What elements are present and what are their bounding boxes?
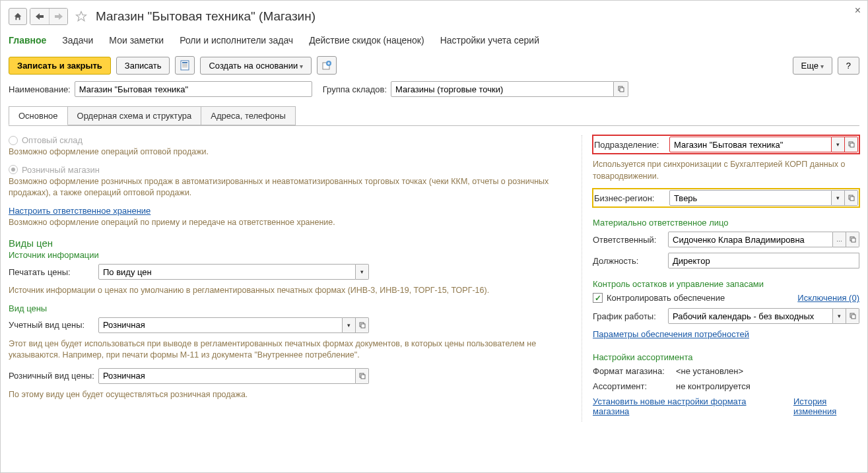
section-mol: Материально ответственное лицо	[593, 218, 859, 228]
svg-rect-4	[182, 67, 187, 67]
print-prices-dropdown-icon[interactable]: ▾	[356, 264, 369, 280]
format-value: <не установлен>	[676, 366, 743, 376]
section-prices: Виды цен	[9, 237, 571, 249]
print-prices-label: Печатать цены:	[9, 267, 94, 277]
close-icon[interactable]: ×	[855, 5, 861, 16]
radio-retail	[9, 165, 18, 174]
help-button[interactable]: ?	[838, 57, 859, 75]
favorite-star-icon[interactable]	[73, 9, 89, 24]
department-input[interactable]	[669, 137, 832, 152]
home-button[interactable]	[9, 8, 27, 25]
link-supply-params[interactable]: Параметры обеспечения потребностей	[593, 329, 749, 339]
tab-discounts[interactable]: Действие скидок (наценок)	[309, 35, 424, 48]
schedule-dropdown-icon[interactable]: ▾	[833, 308, 846, 324]
svg-rect-2	[182, 64, 187, 65]
tab-notes[interactable]: Мои заметки	[109, 35, 164, 48]
format-label: Формат магазина:	[593, 366, 672, 376]
hint-retail: Возможно оформление розничных продаж в а…	[9, 176, 571, 199]
save-button[interactable]: Записать	[116, 57, 170, 75]
svg-rect-18	[851, 238, 855, 242]
group-input[interactable]	[391, 81, 614, 97]
department-label: Подразделение:	[594, 140, 665, 150]
region-open-icon[interactable]	[845, 190, 858, 206]
schedule-input[interactable]	[668, 308, 833, 324]
section-assortment: Настройки ассортимента	[593, 352, 859, 362]
control-checkbox-label: Контролировать обеспечение	[607, 293, 725, 303]
hint-wholesale: Возможно оформление операций оптовой про…	[9, 146, 571, 158]
link-responsible-storage[interactable]: Настроить ответственное хранение	[9, 206, 150, 216]
account-price-open-icon[interactable]	[356, 317, 369, 333]
svg-rect-1	[182, 62, 187, 63]
section-stock: Контроль остатков и управление запасами	[593, 279, 859, 289]
responsible-more-icon[interactable]: …	[833, 232, 846, 247]
position-input[interactable]	[668, 253, 859, 268]
save-and-close-button[interactable]: Записать и закрыть	[9, 57, 111, 75]
nav-back-button[interactable]	[30, 9, 49, 24]
account-price-label: Учетный вид цены:	[9, 320, 94, 330]
nav-forward-button[interactable]	[49, 9, 67, 24]
subtab-main[interactable]: Основное	[9, 106, 68, 125]
svg-rect-3	[182, 65, 187, 66]
schedule-open-icon[interactable]	[846, 308, 859, 324]
create-based-on-button[interactable]: Создать на основании	[200, 57, 312, 75]
assortment-value: не контролируется	[676, 381, 751, 391]
department-dropdown-icon[interactable]: ▾	[832, 137, 845, 152]
tab-tasks[interactable]: Задачи	[62, 35, 93, 48]
region-input[interactable]	[669, 190, 832, 206]
print-prices-input[interactable]	[98, 264, 356, 280]
subsection-pricetype: Вид цены	[9, 303, 571, 313]
account-price-dropdown-icon[interactable]: ▾	[343, 317, 356, 333]
schedule-label: График работы:	[593, 311, 664, 321]
hint-source: Источник информации о ценах по умолчанию…	[9, 285, 571, 297]
responsible-open-icon[interactable]	[846, 232, 859, 247]
svg-rect-14	[850, 143, 854, 147]
group-label: Группа складов:	[323, 84, 387, 94]
radio-wholesale	[9, 136, 18, 145]
radio-wholesale-label: Оптовый склад	[22, 135, 83, 145]
more-button[interactable]: Еще	[793, 57, 832, 75]
region-dropdown-icon[interactable]: ▾	[832, 190, 845, 206]
svg-rect-16	[850, 197, 854, 201]
hint-storage: Возможно оформление операций по приему и…	[9, 217, 571, 229]
region-label: Бизнес-регион:	[594, 193, 665, 203]
retail-price-open-icon[interactable]	[356, 368, 369, 384]
hint-department: Используется при синхронизации с Бухгалт…	[593, 159, 859, 182]
link-exceptions[interactable]: Исключения (0)	[797, 293, 859, 303]
svg-rect-12	[361, 375, 365, 379]
report-button[interactable]	[175, 56, 195, 75]
department-open-icon[interactable]	[845, 137, 858, 152]
retail-price-label: Розничный вид цены:	[9, 371, 94, 381]
hint-account: Этот вид цен будет использоваться при вы…	[9, 338, 571, 362]
subtab-addresses[interactable]: Адреса, телефоны	[201, 106, 296, 125]
tab-series[interactable]: Настройки учета серий	[440, 35, 539, 48]
svg-rect-8	[620, 88, 624, 92]
svg-rect-20	[851, 315, 855, 319]
tab-roles[interactable]: Роли и исполнители задач	[180, 35, 293, 48]
hint-retail-price: По этому виду цен будет осуществляться р…	[9, 389, 571, 401]
page-title: Магазин "Бытовая техника" (Магазин)	[96, 9, 316, 24]
account-price-input[interactable]	[98, 317, 343, 333]
subtab-order-scheme[interactable]: Ордерная схема и структура	[67, 106, 202, 125]
control-checkbox[interactable]	[593, 293, 603, 303]
link-new-format-settings[interactable]: Установить новые настройки формата магаз…	[593, 396, 751, 416]
name-input[interactable]	[75, 81, 312, 97]
position-label: Должность:	[593, 256, 664, 266]
assortment-label: Ассортимент:	[593, 381, 672, 391]
name-label: Наименование:	[9, 84, 71, 94]
link-history[interactable]: История изменения	[793, 396, 859, 416]
tab-main[interactable]: Главное	[9, 35, 46, 48]
attach-button[interactable]	[317, 56, 337, 75]
retail-price-input[interactable]	[98, 368, 356, 384]
responsible-input[interactable]	[668, 232, 833, 247]
group-open-button[interactable]	[614, 81, 628, 97]
radio-retail-label: Розничный магазин	[22, 165, 100, 175]
svg-rect-10	[361, 324, 365, 328]
responsible-label: Ответственный:	[593, 235, 664, 245]
subsection-source: Источник информации	[9, 250, 571, 260]
